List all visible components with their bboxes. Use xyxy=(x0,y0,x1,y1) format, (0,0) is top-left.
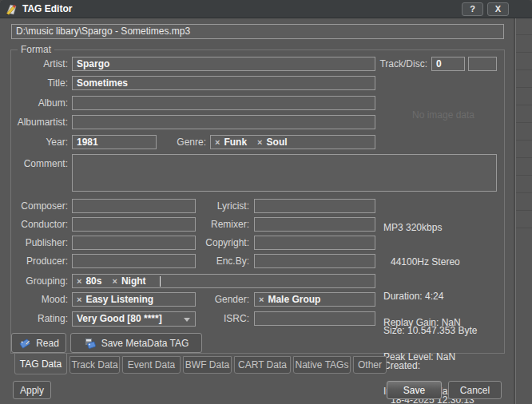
chip-text: Soul xyxy=(267,137,288,148)
file-path-input[interactable]: D:\music libary\Spargo - Sometimes.mp3 xyxy=(11,24,504,39)
chip-text: Funk xyxy=(224,137,247,148)
lyricist-input[interactable] xyxy=(254,199,375,213)
save-button[interactable]: Save xyxy=(387,381,442,399)
tab-native-tags[interactable]: Native TAGs xyxy=(293,356,351,374)
chip-remove-icon[interactable]: × xyxy=(77,275,81,287)
cancel-button[interactable]: Cancel xyxy=(448,381,502,399)
comment-textarea[interactable] xyxy=(72,154,497,192)
encby-label: Enc.By: xyxy=(192,255,249,267)
read-button[interactable]: Read xyxy=(11,333,66,353)
tag-editor-icon xyxy=(5,2,18,16)
albumartist-label: Albumartist: xyxy=(5,117,68,128)
background-app-strip xyxy=(516,18,532,404)
chip-text: Night xyxy=(121,275,146,287)
grouping-input[interactable]: × 80s × Night xyxy=(72,274,375,288)
remixer-label: Remixer: xyxy=(192,219,249,230)
album-label: Album: xyxy=(5,97,68,109)
grouping-chip[interactable]: × Night xyxy=(112,275,145,287)
mood-input[interactable]: × Easy Listening xyxy=(72,292,196,307)
gender-label: Gender: xyxy=(192,294,249,305)
artist-input[interactable]: Spargo xyxy=(72,57,375,71)
year-label: Year: xyxy=(5,137,68,148)
info-line: 44100Hz Stereo xyxy=(383,256,479,267)
rating-label: Rating: xyxy=(5,313,68,324)
save-metadata-button-label: Save MetaData TAG xyxy=(101,338,189,349)
dropdown-arrow-icon[interactable] xyxy=(184,318,190,322)
save-metadata-button[interactable]: Save MetaData TAG xyxy=(70,333,202,353)
save-tag-icon xyxy=(84,337,97,350)
tab-bwf-data[interactable]: BWF Data xyxy=(183,356,232,374)
composer-label: Composer: xyxy=(5,200,68,212)
tab-other[interactable]: Other xyxy=(353,356,387,374)
genre-input[interactable]: × Funk × Soul xyxy=(210,135,375,149)
text-caret xyxy=(160,276,161,287)
artist-label: Artist: xyxy=(5,58,68,69)
isrc-label: ISRC: xyxy=(192,313,249,324)
dialog-right-edge xyxy=(514,18,516,404)
conductor-label: Conductor: xyxy=(5,219,68,230)
window-title: TAG Editor xyxy=(22,3,72,14)
lyricist-label: Lyricist: xyxy=(192,200,249,212)
chip-remove-icon[interactable]: × xyxy=(77,294,81,305)
info-line: Replay Gain: NaN xyxy=(383,317,461,328)
copyright-input[interactable] xyxy=(254,236,375,250)
genre-chip[interactable]: × Funk xyxy=(215,137,247,148)
composer-input[interactable] xyxy=(72,199,196,213)
rating-dropdown[interactable]: Very Good [80 ****] xyxy=(72,311,196,327)
cover-image-placeholder: No image data xyxy=(399,109,487,121)
info-line: Peak Level: NaN xyxy=(383,351,461,362)
tab-cart-data[interactable]: CART Data xyxy=(234,356,291,374)
gender-chip[interactable]: × Male Group xyxy=(259,294,320,305)
rating-value: Very Good [80 ****] xyxy=(77,313,162,324)
track-disc-label: Track/Disc: xyxy=(359,58,427,69)
producer-input[interactable] xyxy=(72,254,196,268)
grouping-label: Grouping: xyxy=(5,275,68,287)
tab-track-data[interactable]: Track Data xyxy=(69,356,120,374)
chip-text: 80s xyxy=(85,275,101,287)
info-line: MP3 320kbps xyxy=(383,222,479,233)
genre-label: Genre: xyxy=(152,137,206,148)
remixer-input[interactable] xyxy=(254,217,375,232)
albumartist-input[interactable] xyxy=(72,115,375,129)
comment-label: Comment: xyxy=(5,158,68,169)
tab-tag-data[interactable]: TAG Data xyxy=(14,354,67,374)
mood-label: Mood: xyxy=(5,294,68,305)
year-input[interactable]: 1981 xyxy=(72,135,157,149)
chip-remove-icon[interactable]: × xyxy=(112,275,117,287)
chip-remove-icon[interactable]: × xyxy=(215,137,220,148)
track-input[interactable]: 0 xyxy=(431,57,465,71)
gender-input[interactable]: × Male Group xyxy=(254,292,375,307)
publisher-label: Publisher: xyxy=(5,237,68,248)
help-button[interactable]: ? xyxy=(462,2,483,16)
read-button-label: Read xyxy=(36,338,59,349)
title-label: Title: xyxy=(5,77,68,89)
copyright-label: Copyright: xyxy=(192,237,249,248)
publisher-input[interactable] xyxy=(72,236,196,250)
chip-remove-icon[interactable]: × xyxy=(259,294,264,305)
read-tag-icon xyxy=(18,337,31,350)
genre-chip[interactable]: × Soul xyxy=(257,137,287,148)
chip-remove-icon[interactable]: × xyxy=(257,137,262,148)
chip-text: Male Group xyxy=(268,294,320,305)
tab-event-data[interactable]: Event Data xyxy=(122,356,181,374)
encby-input[interactable] xyxy=(254,254,375,268)
album-input[interactable] xyxy=(72,96,375,110)
conductor-input[interactable] xyxy=(72,217,196,232)
tag-editor-dialog: TAG Editor ? X D:\music libary\Spargo - … xyxy=(0,0,532,404)
chip-text: Easy Listening xyxy=(85,294,153,305)
mood-chip[interactable]: × Easy Listening xyxy=(77,294,153,305)
close-button[interactable]: X xyxy=(487,2,509,16)
format-group-label: Format xyxy=(18,44,54,55)
title-input[interactable]: Sometimes xyxy=(72,76,375,90)
title-bar[interactable]: TAG Editor ? X xyxy=(0,0,532,18)
isrc-input[interactable] xyxy=(254,311,375,326)
tab-strip: TAG Data Track Data Event Data BWF Data … xyxy=(14,354,387,375)
grouping-chip[interactable]: × 80s xyxy=(77,275,101,287)
apply-button[interactable]: Apply xyxy=(13,381,51,399)
producer-label: Producer: xyxy=(5,255,68,267)
disc-input[interactable] xyxy=(468,57,497,71)
